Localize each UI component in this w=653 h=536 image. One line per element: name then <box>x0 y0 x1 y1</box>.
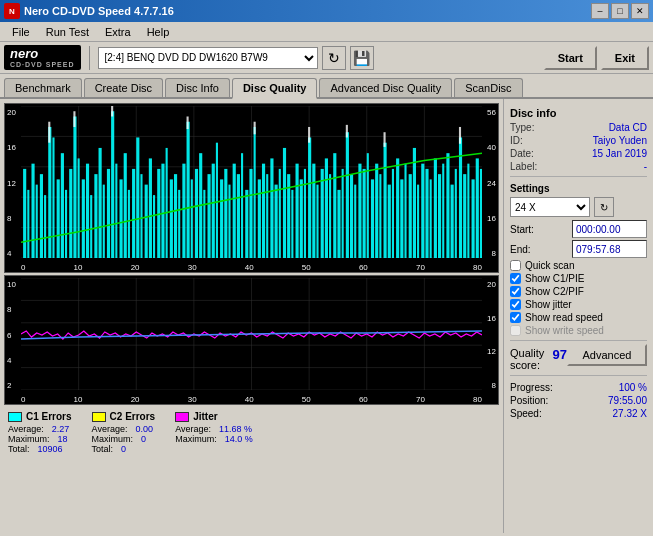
tab-create-disc[interactable]: Create Disc <box>84 78 163 97</box>
date-label: Date: <box>510 148 534 159</box>
svg-rect-17 <box>40 174 43 258</box>
start-button[interactable]: Start <box>544 46 597 70</box>
svg-rect-57 <box>207 174 210 258</box>
svg-rect-86 <box>329 174 331 258</box>
c1-stats: C1 Errors Average: 2.27 Maximum: 18 Tota… <box>8 411 72 454</box>
svg-rect-114 <box>446 153 449 258</box>
nero-logo: nero CD·DVD SPEED <box>4 45 81 71</box>
lower-y-right-20: 20 <box>487 280 496 289</box>
read-speed-label: Show read speed <box>525 312 603 323</box>
svg-rect-115 <box>451 185 454 258</box>
c1-pie-checkbox[interactable] <box>510 273 521 284</box>
start-input[interactable] <box>572 220 647 238</box>
save-button[interactable]: 💾 <box>350 46 374 70</box>
jitter-label: Jitter <box>193 411 217 422</box>
drive-selector[interactable]: [2:4] BENQ DVD DD DW1620 B7W9 <box>98 47 318 69</box>
main-content: 20 16 12 8 4 56 40 24 16 8 <box>0 99 653 533</box>
svg-rect-89 <box>342 169 344 258</box>
svg-rect-54 <box>195 169 198 258</box>
id-value: Taiyo Yuden <box>593 135 647 146</box>
svg-rect-34 <box>111 111 114 258</box>
close-button[interactable]: ✕ <box>631 3 649 19</box>
tab-scandisc[interactable]: ScanDisc <box>454 78 522 97</box>
jitter-row: Show jitter <box>510 299 647 310</box>
svg-rect-81 <box>308 137 311 258</box>
c1-label: C1 Errors <box>26 411 72 422</box>
upper-y-left-20: 20 <box>7 108 16 117</box>
svg-rect-123 <box>48 122 50 143</box>
settings-title: Settings <box>510 183 647 194</box>
progress-value: 100 % <box>619 382 647 393</box>
advanced-button[interactable]: Advanced <box>567 344 647 366</box>
jitter-checkbox[interactable] <box>510 299 521 310</box>
svg-rect-103 <box>400 179 403 258</box>
svg-rect-129 <box>346 125 348 138</box>
tab-benchmark[interactable]: Benchmark <box>4 78 82 97</box>
menu-file[interactable]: File <box>4 24 38 40</box>
svg-rect-104 <box>404 164 406 258</box>
svg-rect-87 <box>333 153 336 258</box>
speed-selector[interactable]: 24 X 16 X 32 X 48 X <box>510 197 590 217</box>
lower-chart-svg <box>21 278 482 390</box>
menu-extra[interactable]: Extra <box>97 24 139 40</box>
svg-rect-111 <box>434 158 437 258</box>
upper-chart: 20 16 12 8 4 56 40 24 16 8 <box>4 103 499 273</box>
upper-y-left-12: 12 <box>7 179 16 188</box>
type-label: Type: <box>510 122 534 133</box>
svg-rect-31 <box>99 148 102 258</box>
svg-rect-51 <box>182 164 185 258</box>
c2-avg-label: Average: <box>92 424 128 434</box>
c2-max-value: 0 <box>141 434 146 444</box>
read-speed-checkbox[interactable] <box>510 312 521 323</box>
svg-rect-28 <box>86 164 89 258</box>
svg-rect-15 <box>31 164 34 258</box>
svg-rect-65 <box>241 153 243 258</box>
c2-max-label: Maximum: <box>92 434 134 444</box>
svg-rect-42 <box>145 185 148 258</box>
svg-rect-121 <box>476 158 479 258</box>
svg-rect-16 <box>36 185 38 258</box>
upper-y-left-16: 16 <box>7 143 16 152</box>
speed-refresh-button[interactable]: ↻ <box>594 197 614 217</box>
maximize-button[interactable]: □ <box>611 3 629 19</box>
app-icon: N <box>4 3 20 19</box>
svg-rect-95 <box>367 153 369 258</box>
position-value: 79:55.00 <box>608 395 647 406</box>
svg-rect-122 <box>480 169 482 258</box>
tab-disc-quality[interactable]: Disc Quality <box>232 78 318 99</box>
svg-rect-20 <box>52 137 54 258</box>
svg-rect-25 <box>73 116 76 258</box>
svg-rect-13 <box>23 169 26 258</box>
svg-rect-109 <box>425 169 428 258</box>
svg-rect-60 <box>220 179 223 258</box>
svg-rect-26 <box>78 158 80 258</box>
lower-y-left-4: 4 <box>7 356 16 365</box>
lower-y-left-6: 6 <box>7 331 16 340</box>
svg-rect-44 <box>153 195 155 258</box>
write-speed-checkbox[interactable] <box>510 325 521 336</box>
exit-button[interactable]: Exit <box>601 46 649 70</box>
c1-max-label: Maximum: <box>8 434 50 444</box>
minimize-button[interactable]: – <box>591 3 609 19</box>
c1-pie-row: Show C1/PIE <box>510 273 647 284</box>
svg-rect-107 <box>417 185 419 258</box>
tab-advanced-disc-quality[interactable]: Advanced Disc Quality <box>319 78 452 97</box>
svg-rect-125 <box>111 106 113 116</box>
tab-disc-info[interactable]: Disc Info <box>165 78 230 97</box>
c2-pif-checkbox[interactable] <box>510 286 521 297</box>
side-panel: Disc info Type: Data CD ID: Taiyo Yuden … <box>503 99 653 533</box>
menu-help[interactable]: Help <box>139 24 178 40</box>
svg-rect-113 <box>442 164 444 258</box>
svg-rect-39 <box>132 169 135 258</box>
toolbar: nero CD·DVD SPEED [2:4] BENQ DVD DD DW16… <box>0 42 653 74</box>
svg-rect-24 <box>69 169 72 258</box>
svg-rect-40 <box>136 137 139 258</box>
svg-rect-63 <box>233 164 236 258</box>
end-input[interactable] <box>572 240 647 258</box>
menu-run-test[interactable]: Run Test <box>38 24 97 40</box>
lower-y-right-12: 12 <box>487 347 496 356</box>
quick-scan-checkbox[interactable] <box>510 260 521 271</box>
c2-legend-box <box>92 412 106 422</box>
svg-rect-37 <box>124 153 127 258</box>
refresh-button[interactable]: ↻ <box>322 46 346 70</box>
